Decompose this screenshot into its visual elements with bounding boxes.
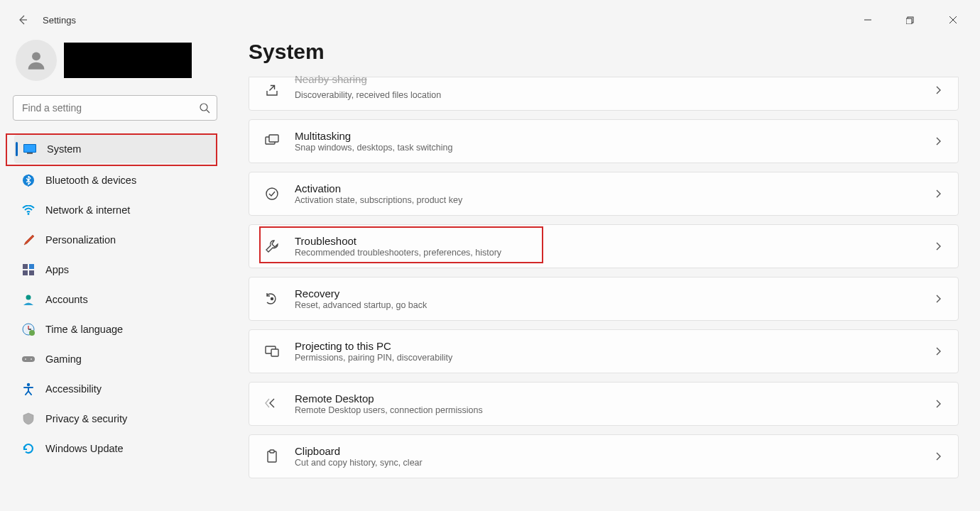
card-title: Troubleshoot bbox=[295, 235, 918, 247]
multitasking-icon bbox=[263, 133, 281, 150]
settings-cards: Nearby sharing Discoverability, received… bbox=[249, 77, 959, 478]
sidebar-item-label: Network & internet bbox=[45, 204, 130, 216]
svg-rect-28 bbox=[269, 135, 278, 142]
svg-rect-11 bbox=[27, 153, 33, 154]
svg-rect-14 bbox=[23, 264, 28, 269]
chevron-right-icon bbox=[932, 293, 944, 304]
search-input[interactable] bbox=[13, 95, 217, 121]
wrench-icon bbox=[263, 238, 281, 255]
svg-rect-16 bbox=[23, 270, 28, 275]
sidebar-item-label: Gaming bbox=[45, 353, 82, 365]
sidebar-item-privacy[interactable]: Privacy & security bbox=[13, 405, 217, 433]
user-name-redacted bbox=[64, 43, 192, 78]
card-title: Nearby sharing bbox=[295, 73, 918, 85]
gaming-icon bbox=[21, 352, 36, 366]
card-clipboard[interactable]: Clipboard Cut and copy history, sync, cl… bbox=[249, 434, 959, 478]
sidebar-item-accessibility[interactable]: Accessibility bbox=[13, 375, 217, 403]
svg-rect-15 bbox=[29, 264, 34, 269]
chevron-right-icon bbox=[932, 346, 944, 357]
svg-point-30 bbox=[271, 298, 273, 300]
chevron-right-icon bbox=[932, 398, 944, 410]
back-button[interactable] bbox=[16, 13, 30, 27]
avatar bbox=[16, 40, 57, 81]
clock-icon bbox=[21, 322, 36, 336]
projecting-icon bbox=[263, 343, 281, 360]
title-bar: Settings bbox=[0, 0, 980, 27]
svg-point-25 bbox=[31, 358, 32, 360]
card-title: Multitasking bbox=[295, 130, 918, 142]
check-circle-icon bbox=[263, 185, 281, 202]
system-icon bbox=[23, 142, 37, 156]
sidebar-item-time-language[interactable]: Time & language bbox=[13, 315, 217, 344]
card-nearby-sharing[interactable]: Nearby sharing Discoverability, received… bbox=[249, 77, 959, 111]
main-content: System Nearby sharing Discoverability, r… bbox=[227, 27, 980, 510]
sidebar-item-label: Privacy & security bbox=[45, 413, 127, 424]
card-sub: Snap windows, desktops, task switching bbox=[295, 143, 918, 153]
sidebar-item-label: Windows Update bbox=[45, 443, 124, 454]
svg-point-13 bbox=[28, 213, 30, 215]
sidebar-item-system[interactable]: System bbox=[14, 135, 216, 163]
page-title: System bbox=[249, 40, 959, 64]
card-sub: Discoverability, received files location bbox=[295, 90, 918, 100]
clipboard-icon bbox=[263, 448, 281, 465]
app-title: Settings bbox=[43, 15, 76, 26]
bluetooth-icon bbox=[21, 173, 36, 187]
svg-rect-23 bbox=[22, 356, 35, 362]
card-sub: Activation state, subscriptions, product… bbox=[295, 195, 918, 205]
sidebar-item-label: Accounts bbox=[45, 294, 88, 305]
sidebar-item-windows-update[interactable]: Windows Update bbox=[13, 434, 217, 463]
svg-point-6 bbox=[32, 52, 40, 60]
card-sub: Reset, advanced startup, go back bbox=[295, 300, 918, 310]
update-icon bbox=[21, 441, 36, 456]
sidebar-item-label: System bbox=[47, 143, 81, 155]
svg-point-7 bbox=[200, 104, 207, 111]
accessibility-icon bbox=[21, 382, 36, 396]
highlight-system: System bbox=[6, 133, 217, 166]
search-icon bbox=[199, 102, 210, 114]
svg-point-18 bbox=[26, 295, 31, 300]
chevron-right-icon bbox=[932, 188, 944, 199]
window-controls bbox=[855, 0, 980, 30]
svg-rect-32 bbox=[271, 349, 278, 356]
svg-point-26 bbox=[27, 383, 30, 386]
card-remote-desktop[interactable]: Remote Desktop Remote Desktop users, con… bbox=[249, 382, 959, 426]
recovery-icon bbox=[263, 290, 281, 307]
sidebar-item-label: Accessibility bbox=[45, 383, 102, 395]
chevron-right-icon bbox=[932, 84, 944, 96]
sidebar-item-personalization[interactable]: Personalization bbox=[13, 226, 217, 254]
card-recovery[interactable]: Recovery Reset, advanced startup, go bac… bbox=[249, 277, 959, 321]
card-sub: Remote Desktop users, connection permiss… bbox=[295, 405, 918, 415]
sidebar: System Bluetooth & devices Network & int… bbox=[0, 27, 227, 510]
chevron-right-icon bbox=[932, 241, 944, 252]
sidebar-item-bluetooth[interactable]: Bluetooth & devices bbox=[13, 166, 217, 194]
sidebar-item-label: Apps bbox=[45, 264, 69, 275]
share-icon bbox=[263, 82, 281, 99]
sidebar-item-network[interactable]: Network & internet bbox=[13, 196, 217, 224]
nav-list: System Bluetooth & devices Network & int… bbox=[13, 133, 227, 464]
sidebar-item-label: Time & language bbox=[45, 324, 123, 335]
chevron-right-icon bbox=[932, 451, 944, 462]
sidebar-item-accounts[interactable]: Accounts bbox=[13, 285, 217, 314]
card-title: Remote Desktop bbox=[295, 392, 918, 405]
svg-point-22 bbox=[29, 330, 35, 336]
chevron-right-icon bbox=[932, 136, 944, 147]
card-multitasking[interactable]: Multitasking Snap windows, desktops, tas… bbox=[249, 119, 959, 163]
card-projecting[interactable]: Projecting to this PC Permissions, pairi… bbox=[249, 329, 959, 373]
brush-icon bbox=[21, 233, 36, 247]
card-sub: Recommended troubleshooters, preferences… bbox=[295, 248, 918, 258]
card-sub: Cut and copy history, sync, clear bbox=[295, 458, 918, 468]
card-activation[interactable]: Activation Activation state, subscriptio… bbox=[249, 172, 959, 216]
svg-point-24 bbox=[25, 358, 26, 360]
shield-icon bbox=[21, 412, 36, 426]
sidebar-item-gaming[interactable]: Gaming bbox=[13, 345, 217, 373]
svg-line-8 bbox=[207, 110, 209, 113]
card-sub: Permissions, pairing PIN, discoverabilit… bbox=[295, 353, 918, 363]
card-title: Recovery bbox=[295, 287, 918, 300]
sidebar-item-label: Bluetooth & devices bbox=[45, 175, 136, 186]
svg-rect-2 bbox=[906, 18, 912, 24]
sidebar-item-label: Personalization bbox=[45, 234, 116, 246]
sidebar-item-apps[interactable]: Apps bbox=[13, 256, 217, 284]
search-field[interactable] bbox=[13, 95, 217, 121]
card-troubleshoot[interactable]: Troubleshoot Recommended troubleshooters… bbox=[249, 224, 959, 268]
user-block[interactable] bbox=[13, 40, 227, 81]
